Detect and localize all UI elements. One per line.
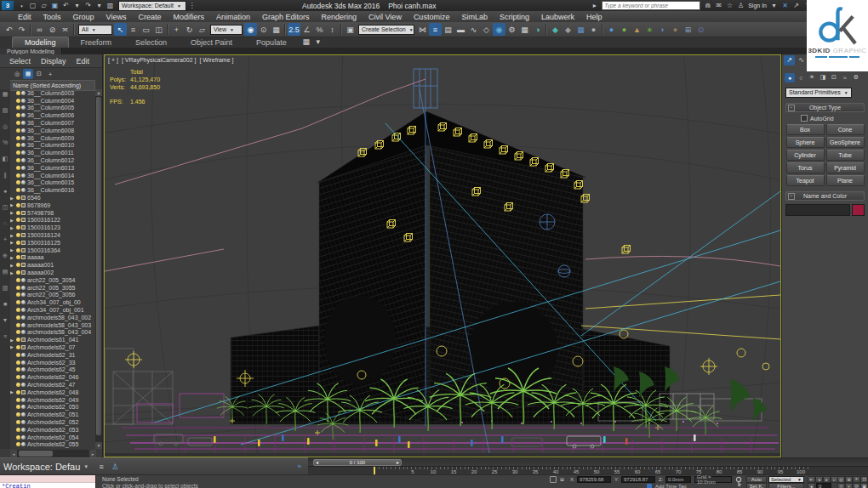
visibility-bulb-icon[interactable] — [16, 225, 20, 230]
explorer-item[interactable]: Archmodels62_049 — [10, 396, 96, 404]
ribbon-tab-object-paint[interactable]: Object Paint — [179, 37, 244, 48]
scrollbar-thumb[interactable] — [96, 97, 101, 435]
percent-snap-icon[interactable]: % — [313, 23, 326, 36]
explorer-item[interactable]: 36__Column6007 — [10, 119, 96, 127]
listener-macro-row[interactable] — [0, 475, 95, 483]
visibility-bulb-icon[interactable] — [16, 338, 20, 342]
explorer-filter-icon-8[interactable]: ◫ — [1, 202, 10, 212]
select-manipulate-icon[interactable]: ⊙ — [257, 23, 270, 36]
visibility-bulb-icon[interactable] — [16, 136, 20, 140]
expand-arrow-icon[interactable]: ▶ — [10, 247, 15, 253]
ribbon-display-icon[interactable]: ▦ — [299, 35, 314, 48]
key-selection-dropdown[interactable]: Selected▼ — [768, 476, 804, 483]
keyboard-override-icon[interactable]: ▦ — [270, 23, 283, 36]
laubwerk-icon-3[interactable]: ▲ — [631, 23, 643, 36]
viewport-camera-label[interactable]: [ VRayPhysicalCamera002 ] — [122, 57, 197, 63]
name-and-color-rollout[interactable]: − Name and Color — [785, 191, 865, 201]
redo-dropdown-icon[interactable]: ▾ — [94, 1, 105, 10]
create-box-button[interactable]: Box — [786, 124, 825, 135]
select-object-icon[interactable]: ↖ — [114, 23, 127, 36]
explorer-item[interactable]: Archmodels62_052 — [10, 418, 96, 426]
explorer-item[interactable]: Archmodels62_053 — [10, 426, 96, 434]
set-key-button[interactable]: Set K. — [746, 483, 767, 488]
create-cylinder-button[interactable]: Cylinder — [786, 150, 825, 161]
sign-in-button[interactable]: Sign In — [748, 3, 767, 9]
workspace-menu-icon[interactable]: ≡ — [95, 461, 107, 473]
scrollbar-thumb[interactable] — [19, 451, 53, 457]
explorer-find-icon[interactable]: ◎ — [12, 69, 22, 79]
prev-frame-nudge-icon[interactable]: ◂ — [316, 459, 318, 465]
explorer-pick-icon[interactable]: + — [45, 69, 55, 79]
menu-group[interactable]: Group — [67, 13, 100, 21]
visibility-bulb-icon[interactable] — [16, 315, 20, 320]
expand-arrow-icon[interactable]: ▶ — [10, 255, 15, 260]
explorer-item[interactable]: archmodels58_043_004 — [10, 329, 96, 337]
selection-lock-icon[interactable] — [550, 476, 557, 483]
visibility-bulb-icon[interactable] — [16, 308, 20, 312]
visibility-bulb-icon[interactable] — [16, 398, 20, 402]
visibility-bulb-icon[interactable] — [16, 248, 20, 253]
collapse-icon[interactable]: − — [788, 193, 795, 200]
expand-arrow-icon[interactable]: ▶ — [10, 218, 15, 223]
previous-frame-icon[interactable]: ◂ — [815, 476, 823, 483]
explorer-menu-display[interactable]: Display — [37, 57, 71, 65]
explorer-item[interactable]: ▶aaaaa001 — [10, 261, 96, 269]
add-time-tag[interactable]: Add Time Tag — [655, 484, 687, 488]
exchange-icon[interactable]: ✕ — [779, 1, 791, 10]
menu-customize[interactable]: Customize — [408, 13, 456, 21]
explorer-item[interactable]: Archmodels62_046 — [10, 373, 96, 381]
explorer-item[interactable]: ▶1500316122 — [10, 217, 96, 224]
explorer-filter-icon-9[interactable]: ∴ — [1, 218, 10, 228]
visibility-bulb-icon[interactable] — [16, 367, 20, 372]
explorer-filter-icon-7[interactable]: ● — [1, 186, 10, 196]
explorer-item[interactable]: arch22_005_3055 — [10, 284, 96, 292]
explorer-vertical-scrollbar[interactable]: ▲ ▼ — [95, 89, 102, 449]
shapes-category-icon[interactable]: ○ — [796, 73, 806, 82]
visibility-bulb-icon[interactable] — [16, 180, 20, 184]
explorer-item[interactable]: Archmodels62_31 — [10, 351, 96, 359]
explorer-item[interactable]: ▶1500316123 — [10, 224, 96, 231]
play-icon[interactable]: ▸ — [823, 476, 831, 483]
visibility-bulb-icon[interactable] — [16, 218, 20, 222]
polygon-modeling-panel[interactable]: Polygon Modeling — [0, 48, 62, 54]
visibility-bulb-icon[interactable] — [16, 188, 20, 192]
edit-named-selections-icon[interactable]: ▣ — [344, 23, 357, 36]
visibility-bulb-icon[interactable] — [16, 196, 20, 200]
toolbar-options-icon[interactable]: ⋮ — [186, 1, 197, 10]
laubwerk-icon-5[interactable]: ◗ — [656, 23, 669, 36]
named-selection-dropdown[interactable]: Create Selection▼ — [358, 25, 414, 35]
zoom-region-icon[interactable]: ⊡ — [860, 476, 868, 483]
explorer-item[interactable]: Archmodels62_33 — [10, 359, 96, 366]
align-icon[interactable]: ≡ — [429, 23, 442, 36]
visibility-bulb-icon[interactable] — [16, 405, 20, 409]
workspace-dropdown[interactable]: Workspace: Default▼ — [118, 1, 186, 11]
menu-simlab[interactable]: SimLab — [455, 13, 494, 21]
visibility-bulb-icon[interactable] — [16, 390, 20, 394]
expand-arrow-icon[interactable]: ▶ — [10, 389, 15, 394]
menu-animation[interactable]: Animation — [210, 13, 256, 21]
explorer-item[interactable]: 36__Column6003 — [10, 89, 96, 97]
key-filters-button[interactable]: Filters... — [768, 483, 804, 488]
favorites-icon[interactable]: ☆ — [724, 1, 735, 10]
curve-editor-icon[interactable]: ∿ — [467, 23, 480, 36]
explorer-filter-icon-13[interactable]: ▥ — [1, 283, 10, 292]
render-setup-icon[interactable]: ⚙ — [505, 23, 518, 36]
visibility-bulb-icon[interactable] — [16, 203, 20, 207]
menu-edit[interactable]: Edit — [12, 13, 37, 21]
y-coordinate-field[interactable]: 972918.87 — [621, 476, 655, 483]
snap-toggle-icon[interactable]: 2.5 — [288, 23, 300, 36]
explorer-item[interactable]: 36__Column6016 — [10, 186, 96, 194]
select-by-name-icon[interactable]: ≡ — [127, 23, 140, 36]
explorer-item[interactable]: archmodels58_043_003 — [10, 321, 96, 329]
zoom-extents-icon[interactable]: ⌖ — [853, 476, 860, 483]
explorer-lock-icon[interactable]: ⊡ — [34, 69, 44, 79]
explorer-item[interactable]: Archmodels62_050 — [10, 403, 96, 411]
explorer-item[interactable]: 36__Column6008 — [10, 127, 96, 134]
mirror-icon[interactable]: ⋈ — [416, 23, 429, 36]
search-input[interactable] — [602, 1, 700, 10]
explorer-item[interactable]: 36__Column6010 — [10, 142, 96, 150]
visibility-bulb-icon[interactable] — [16, 99, 20, 103]
visibility-bulb-icon[interactable] — [16, 292, 20, 297]
explorer-item[interactable]: 36__Column6004 — [10, 97, 96, 105]
ribbon-tab-selection[interactable]: Selection — [123, 37, 179, 48]
